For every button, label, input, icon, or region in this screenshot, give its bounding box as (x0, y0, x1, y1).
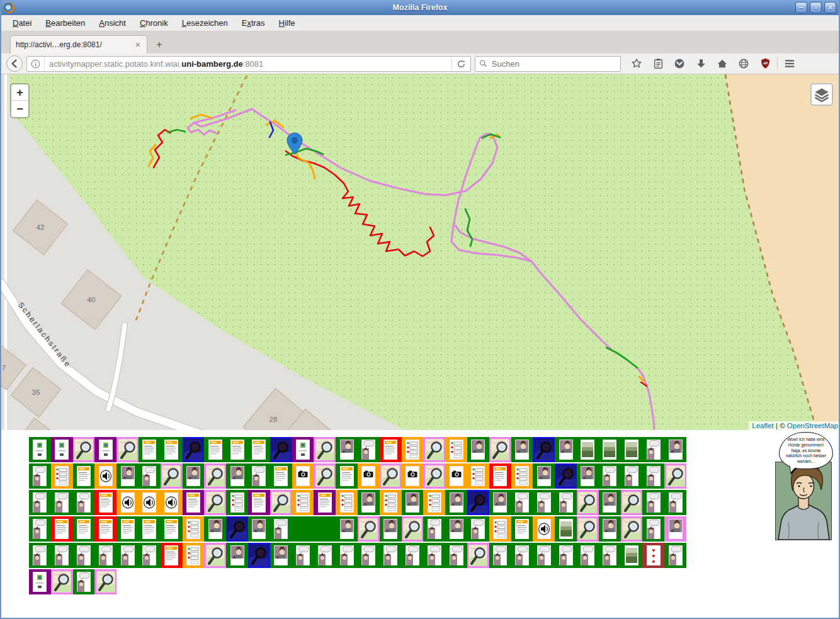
timeline-tile-photo[interactable] (599, 437, 621, 462)
timeline-tile-comic[interactable] (73, 490, 95, 515)
timeline-tile-doc[interactable] (226, 437, 248, 462)
timeline-tile-comic[interactable] (358, 437, 380, 462)
timeline-tile-comic[interactable] (642, 490, 664, 515)
timeline-tile-portrait[interactable] (336, 516, 358, 542)
timeline-tile-speaker[interactable] (139, 490, 161, 515)
timeline-tile-map[interactable] (73, 437, 95, 462)
timeline-tile-speaker[interactable] (533, 516, 555, 542)
timeline-tile-map[interactable] (314, 437, 336, 462)
menu-item-bearbeiten[interactable]: Bearbeiten (39, 16, 91, 30)
timeline-tile-map[interactable] (621, 516, 643, 542)
timeline-tile-camera[interactable] (358, 463, 380, 489)
timeline-tile-comic[interactable] (270, 516, 292, 542)
pocket-icon[interactable] (670, 55, 689, 72)
timeline-tile-doc[interactable] (489, 463, 511, 489)
timeline-tile-map[interactable] (621, 490, 643, 515)
timeline-tile-comic[interactable] (51, 543, 73, 568)
timeline-tile-camera[interactable] (292, 463, 314, 489)
timeline-tile-doc[interactable] (380, 437, 402, 462)
timeline-tile-map[interactable] (204, 543, 226, 568)
timeline-tile-doc[interactable] (51, 516, 73, 542)
timeline-tile-mapdark[interactable] (270, 437, 292, 462)
timeline-tile-mapdark[interactable] (183, 437, 205, 462)
ublock-shield-icon[interactable]: u0 (756, 55, 775, 72)
maximize-button[interactable]: ▫ (810, 2, 822, 13)
timeline-tile-camera[interactable] (402, 463, 424, 489)
reading-list-icon[interactable] (649, 55, 667, 72)
timeline-tile-empty[interactable] (292, 516, 314, 542)
timeline-tile-comic[interactable] (29, 516, 51, 542)
timeline-tile-comic[interactable] (292, 543, 314, 568)
timeline-tile-doc[interactable] (248, 490, 270, 515)
timeline-tile-app[interactable] (292, 437, 314, 462)
timeline-tile-photo[interactable] (577, 437, 599, 462)
timeline-tile-map[interactable] (423, 437, 445, 462)
timeline-tile-map[interactable] (577, 516, 599, 542)
menu-hamburger-icon[interactable] (780, 55, 799, 72)
timeline-tile-comic[interactable] (599, 463, 621, 489)
timeline-tile-map[interactable] (204, 490, 226, 515)
timeline-tile-map[interactable] (423, 463, 445, 489)
timeline-tile-comic[interactable] (445, 543, 467, 568)
timeline-tile-comic[interactable] (577, 543, 599, 568)
timeline-tile-map[interactable] (314, 463, 336, 489)
timeline-tile-check[interactable] (445, 437, 467, 462)
timeline-tile-portrait[interactable] (116, 463, 139, 489)
timeline-tile-comic[interactable] (467, 516, 489, 542)
search-bar[interactable] (475, 56, 621, 72)
timeline-tile-camera[interactable] (445, 463, 467, 489)
minimize-button[interactable]: − (795, 2, 807, 13)
timeline-tile-app[interactable] (29, 569, 51, 594)
timeline-tile-comic[interactable] (664, 490, 686, 515)
timeline-tile-doc[interactable] (161, 543, 183, 568)
timeline-tile-check[interactable] (226, 490, 248, 515)
timeline-tile-comic[interactable] (29, 463, 51, 489)
addon-globe-icon[interactable] (734, 55, 753, 72)
timeline-tile-check[interactable] (51, 463, 73, 489)
timeline-tile-photo[interactable] (621, 437, 643, 462)
timeline-tile-comic[interactable] (533, 490, 555, 515)
timeline-tile-doc[interactable] (94, 490, 116, 515)
timeline-tile-map[interactable] (204, 463, 226, 489)
timeline-tile-portrait[interactable] (204, 516, 226, 542)
timeline-tile-comic[interactable] (51, 490, 73, 515)
browser-tab[interactable]: http://activi…erg.de:8081/ × (10, 35, 147, 54)
search-input[interactable] (491, 59, 616, 69)
home-icon[interactable] (713, 55, 732, 72)
timeline-tile-doc[interactable] (139, 516, 161, 542)
timeline-tile-portrait[interactable] (402, 490, 424, 515)
timeline-tile-portrait[interactable] (445, 490, 467, 515)
zoom-out-button[interactable]: − (11, 101, 28, 117)
timeline-tile-portrait[interactable] (445, 516, 467, 542)
timeline-tile-comic[interactable] (511, 490, 533, 515)
timeline-tile-comic[interactable] (664, 543, 686, 568)
timeline-tile-doc[interactable] (161, 516, 183, 542)
timeline-tile-doc[interactable] (73, 463, 95, 489)
timeline-tile-hearts[interactable]: ♥♥♥ (642, 543, 664, 568)
timeline-tile-photo[interactable] (621, 543, 643, 568)
timeline-tile-portrait[interactable] (664, 437, 686, 462)
tab-close-icon[interactable]: × (134, 40, 142, 50)
timeline-tile-comic[interactable] (29, 543, 51, 568)
timeline-tile-comic[interactable] (314, 543, 336, 568)
timeline-tile-mapdark[interactable] (533, 437, 555, 462)
timeline-tile-comic[interactable] (642, 463, 664, 489)
timeline-tile-check[interactable] (467, 463, 489, 489)
info-icon[interactable] (27, 57, 45, 71)
timeline-tile-portrait[interactable] (599, 516, 621, 542)
timeline-tile-mapdark[interactable] (467, 490, 489, 515)
timeline-tile-speaker[interactable] (94, 463, 116, 489)
timeline-tile-comic[interactable] (489, 543, 511, 568)
leaflet-map[interactable]: 4240357282623Scherlachstraße + − Leaflet… (1, 74, 840, 430)
timeline-tile-portrait[interactable] (358, 490, 380, 515)
timeline-tile-doc[interactable] (314, 490, 336, 515)
timeline-tile-comic[interactable] (423, 516, 445, 542)
timeline-tile-comic[interactable] (380, 543, 402, 568)
timeline-tile-comic[interactable] (555, 543, 577, 568)
reload-button[interactable] (451, 57, 470, 71)
timeline-tile-mapdark[interactable] (248, 543, 270, 568)
timeline-tile-doc[interactable] (204, 437, 226, 462)
timeline-tile-map[interactable] (270, 490, 292, 515)
timeline-tile-portrait[interactable] (226, 543, 248, 568)
zoom-in-button[interactable]: + (11, 84, 28, 101)
